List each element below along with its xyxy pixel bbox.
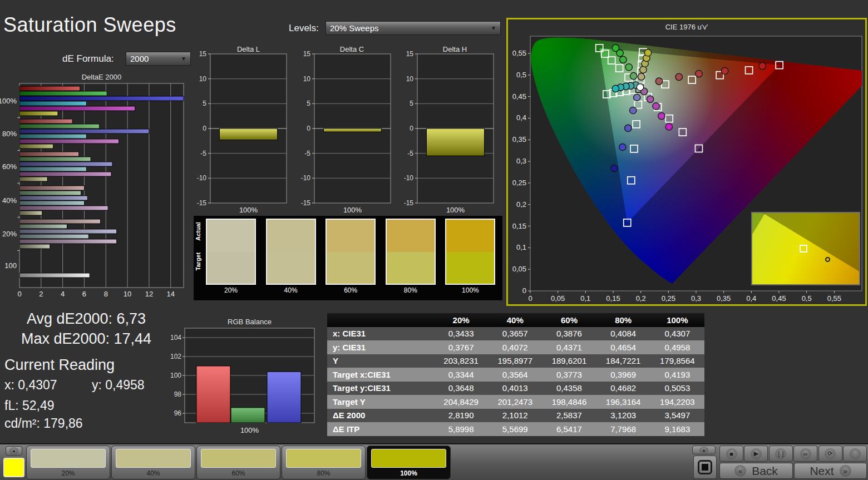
strip-swatch-80% <box>386 219 436 285</box>
cie-measured-red <box>696 70 702 77</box>
table-header-cell: 100% <box>650 315 704 325</box>
back-button[interactable]: « Back <box>719 463 793 479</box>
table-cell: 0,4358 <box>542 383 596 393</box>
svg-text:-5: -5 <box>407 150 413 157</box>
svg-text:15: 15 <box>406 50 414 58</box>
cie-measured-white <box>637 83 643 90</box>
svg-text:0,3: 0,3 <box>516 157 526 165</box>
svg-text:5: 5 <box>410 100 413 107</box>
patch-button-80%[interactable]: 80% <box>282 446 366 479</box>
svg-text:5: 5 <box>307 100 310 107</box>
svg-text:12: 12 <box>145 290 153 298</box>
actual-swatch <box>207 220 255 252</box>
table-cell: 2,5837 <box>542 410 596 420</box>
app-root: Saturation Sweeps dE Formula: 2000 ▼ Lev… <box>0 0 868 480</box>
svg-text:0,45: 0,45 <box>512 92 526 101</box>
deltae-bar-60%-green <box>19 157 91 161</box>
deltae-bar-40%-yellow <box>19 211 42 215</box>
deltae-bar-60%-red <box>19 152 79 156</box>
table-cell: 0,4958 <box>650 343 704 352</box>
table-header-cell: 60% <box>542 315 596 325</box>
de-formula-dropdown[interactable]: 2000 ▼ <box>126 52 191 66</box>
back-button-label: Back <box>752 464 778 478</box>
actual-swatch <box>327 220 374 252</box>
patch-button-60%[interactable]: 60% <box>196 446 280 479</box>
svg-text:0,2: 0,2 <box>636 294 646 303</box>
table-row: Y203,8231195,8977189,6201184,7221179,856… <box>327 354 704 368</box>
svg-text:0: 0 <box>410 125 413 132</box>
patch-button-20%[interactable]: 20% <box>26 446 110 479</box>
deltae-bar-80%-magenta <box>19 139 119 143</box>
svg-text:0,55: 0,55 <box>827 294 841 303</box>
strip-swatch-60% <box>326 219 376 285</box>
patch-label: 80% <box>282 469 365 477</box>
play-button[interactable]: ▶ <box>744 446 768 462</box>
levels-dropdown[interactable]: 20% Sweeps ▼ <box>326 21 501 35</box>
svg-text:-10: -10 <box>301 174 311 182</box>
stop-button[interactable]: ■ <box>719 446 743 462</box>
arrow-up-icon: ▲ <box>9 447 18 455</box>
svg-text:100%: 100% <box>240 426 259 434</box>
delta_h-bar <box>426 128 484 156</box>
continuous-button[interactable]: ∞ <box>793 446 817 462</box>
chevron-right-icon: » <box>840 465 851 477</box>
patch-label: 40% <box>112 469 195 477</box>
patch-button-40%[interactable]: 40% <box>111 446 195 479</box>
arrow-up-icon: ▲ <box>699 447 708 454</box>
target-swatch <box>387 252 435 284</box>
patch-swatch <box>116 449 191 468</box>
cie-measured-green <box>612 44 619 51</box>
deltae-bar-80%-red <box>19 119 72 123</box>
next-button[interactable]: Next » <box>794 463 867 479</box>
pattern-window-button[interactable] <box>693 456 717 479</box>
table-row-label: ΔE 2000 <box>327 410 434 420</box>
delta_l-bar <box>219 128 277 140</box>
single-measure-button[interactable]: [·] <box>769 446 793 462</box>
deltae-bar-80%-blue <box>19 129 149 133</box>
svg-text:0,25: 0,25 <box>512 179 526 187</box>
table-cell: 9,1683 <box>650 424 704 434</box>
max-de2000-readout: Max dE2000: 17,44 <box>6 330 167 348</box>
table-cell: 0,3969 <box>596 370 650 379</box>
strip-column-label: 20% <box>206 286 256 294</box>
patch-swatch <box>286 449 361 468</box>
svg-text:-15: -15 <box>404 199 414 207</box>
rgb-balance-chart: 1041021009896100% <box>167 325 320 437</box>
target-swatch <box>446 252 494 284</box>
table-cell: 189,6201 <box>542 356 596 365</box>
svg-text:10: 10 <box>406 75 414 83</box>
table-cell: 0,4682 <box>596 383 650 393</box>
table-cell: 194,2203 <box>650 397 704 407</box>
patch-button-100%[interactable]: 100% <box>367 446 451 479</box>
rgb-balance-bar-green <box>231 408 265 423</box>
table-cell: 195,8977 <box>488 356 542 365</box>
table-cell: 0,4654 <box>596 343 650 352</box>
cie-measured-cyan <box>612 85 619 92</box>
current-color-swatch[interactable] <box>3 458 24 477</box>
avg-de2000-readout: Avg dE2000: 6,73 <box>6 310 167 328</box>
levels-value: 20% Sweeps <box>330 23 379 33</box>
deltae-bar-100-white <box>19 273 90 278</box>
cie-measured-magenta <box>665 123 672 130</box>
strip-column-label: 40% <box>266 286 316 294</box>
blank-button[interactable] <box>843 446 867 462</box>
deltae-bar-100%-blue <box>19 96 184 101</box>
de-formula-value: 2000 <box>130 54 149 63</box>
chevron-left-icon: « <box>734 465 746 477</box>
current-x-readout: x: 0,4307 <box>4 378 57 393</box>
svg-text:102: 102 <box>170 353 181 360</box>
svg-text:104: 104 <box>170 334 181 342</box>
table-cell: 0,3564 <box>488 370 542 379</box>
table-row: Target y:CIE310,36480,40130,43580,46820,… <box>327 382 704 395</box>
svg-text:8: 8 <box>104 290 108 298</box>
table-row-label: x: CIE31 <box>327 329 434 338</box>
svg-text:0,15: 0,15 <box>512 222 526 230</box>
collapse-up-button[interactable]: ▲ <box>6 446 22 456</box>
cie-1976-panel: CIE 1976 u'v' 000,050,050,10,10,150,150,… <box>506 18 867 306</box>
loop-button[interactable]: ⟳ <box>818 446 842 462</box>
current-cdm2-readout: cd/m²: 179,86 <box>4 416 83 431</box>
panel-up-button[interactable]: ▲ <box>692 446 716 454</box>
table-row: y: CIE310,37670,40720,43710,46540,4958 <box>327 340 704 354</box>
svg-text:-5: -5 <box>200 150 206 157</box>
bottom-toolbar: ▲ 20%40%60%80%100% ▲ ■▶[·]∞⟳ « Back Next… <box>0 443 868 480</box>
